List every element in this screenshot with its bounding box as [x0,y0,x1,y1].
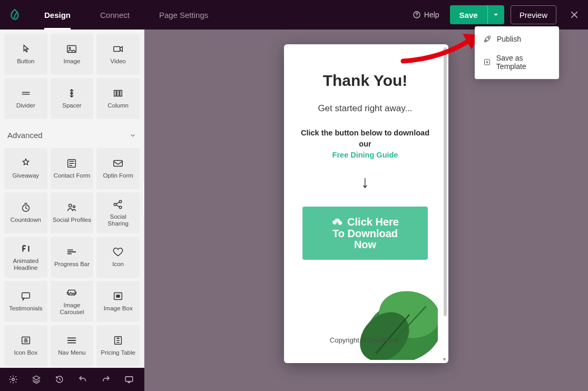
cta-line1: Click Here [347,216,399,228]
block-label: Spacer [62,102,81,109]
canvas-area: Thank You! Get started right away... Cli… [144,30,588,391]
block-image-box[interactable]: Image Box [96,281,140,322]
image-carousel-icon [66,287,77,299]
caret-down-icon [493,12,498,17]
page-title: Thank You! [300,72,430,90]
block-icon-box[interactable]: Icon Box [4,325,47,366]
layers-button[interactable] [32,375,41,384]
redo-button[interactable] [101,375,111,384]
gear-icon [8,375,18,384]
svg-rect-6 [114,47,120,52]
settings-button[interactable] [8,375,18,384]
header-tabs: Design Connect Page Settings [30,0,223,30]
block-progress-bar[interactable]: Progress Bar [51,237,94,278]
nav-menu-icon [66,335,77,346]
menu-save-template[interactable]: Save as Template [475,48,559,76]
svg-point-26 [12,378,15,381]
undo-icon [78,375,87,384]
svg-rect-10 [120,91,122,96]
logo-icon [0,0,30,30]
block-label: Giveaway [13,172,40,179]
save-button-group: Save [450,5,504,24]
block-label: Button [17,58,34,65]
undo-button[interactable] [78,375,87,384]
giveaway-icon [20,158,32,169]
instruction-line: Click the button below to download our [301,129,429,148]
advanced-block-grid: Giveaway Contact Form Optin Form Countdo… [0,144,144,368]
contact-form-icon [66,158,77,169]
block-label: Countdown [11,217,41,223]
mobile-preview-frame: Thank You! Get started right away... Cli… [284,44,448,363]
top-bar: Design Connect Page Settings Help Save P… [0,0,588,30]
svg-rect-8 [114,91,116,96]
svg-rect-12 [114,161,123,167]
block-contact-form[interactable]: Contact Form [51,148,94,189]
close-button[interactable] [564,4,585,25]
save-button[interactable]: Save [450,5,487,24]
chevron-down-icon [129,132,136,139]
block-nav-menu[interactable]: Nav Menu [51,325,94,366]
block-button[interactable]: Button [4,34,47,75]
block-image-carousel[interactable]: Image Carousel [51,281,94,322]
copyright-text: Copyright © SeedProd [290,336,438,344]
block-pricing-table[interactable]: Pricing Table [96,325,140,366]
block-countdown[interactable]: Countdown [4,192,47,233]
svg-point-15 [73,206,75,208]
help-link[interactable]: Help [413,11,439,19]
cta-line3: Now [354,239,376,250]
close-icon [570,10,579,19]
advanced-label: Advanced [7,131,43,140]
block-divider[interactable]: Divider [4,78,47,119]
svg-rect-19 [22,293,30,298]
preview-scrollbar[interactable]: ▴ ▾ [444,47,447,360]
block-optin-form[interactable]: Optin Form [96,148,140,189]
block-image[interactable]: Image [51,34,94,75]
block-video[interactable]: Video [96,34,140,75]
block-testimonials[interactable]: Testimonials [4,281,47,322]
menu-publish[interactable]: Publish [475,30,559,48]
svg-rect-27 [125,377,133,382]
preview-button[interactable]: Preview [511,5,556,24]
svg-rect-24 [24,339,27,340]
scrollbar-thumb[interactable] [444,47,447,316]
divider-icon [20,87,32,99]
pricing-table-icon [112,335,124,346]
save-dropdown-toggle[interactable] [487,5,504,24]
block-social-profiles[interactable]: Social Profiles [51,192,94,233]
block-animated-headline[interactable]: Animated Headline [4,237,47,278]
tab-design[interactable]: Design [30,0,85,30]
block-spacer[interactable]: Spacer [51,78,94,119]
help-label: Help [424,11,439,19]
block-label: Contact Form [54,172,91,179]
advanced-section-toggle[interactable]: Advanced [0,123,144,144]
svg-point-5 [69,47,71,49]
block-column[interactable]: Column [96,78,140,119]
desktop-icon [124,375,134,384]
history-button[interactable] [55,375,64,384]
preview-viewport[interactable]: Thank You! Get started right away... Cli… [287,47,443,360]
block-social-sharing[interactable]: Social Sharing [96,192,140,233]
social-sharing-icon [112,199,124,210]
guide-link[interactable]: Free Dining Guide [332,151,398,159]
progress-bar-icon [66,246,77,258]
page-footer: Copyright © SeedProd [290,281,438,360]
svg-rect-9 [117,91,119,96]
social-profiles-icon [66,202,77,213]
block-label: Divider [16,102,35,109]
tab-page-settings[interactable]: Page Settings [144,0,223,30]
tab-connect[interactable]: Connect [85,0,144,30]
block-giveaway[interactable]: Giveaway [4,148,47,189]
svg-rect-22 [116,295,120,298]
countdown-icon [20,202,32,213]
download-cta-button[interactable]: Click Here To Download Now [302,207,428,260]
block-icon[interactable]: Icon [96,237,140,278]
page-content: Thank You! Get started right away... Cli… [287,47,443,260]
block-label: Icon [112,261,124,268]
optin-form-icon [112,158,124,169]
redo-icon [101,375,111,384]
bottom-toolbar [0,368,144,391]
image-icon [66,43,77,55]
basic-block-grid: Button Image Video Divider Spacer Column [0,30,144,123]
block-label: Image [64,58,81,65]
responsive-button[interactable] [124,375,134,384]
